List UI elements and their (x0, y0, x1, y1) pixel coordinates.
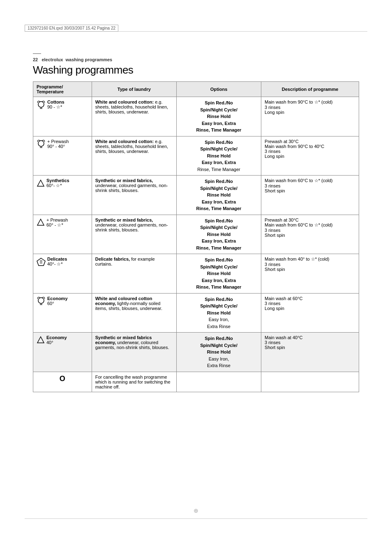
laundry-text: For cancelling the wash programme which … (95, 375, 171, 389)
description-line: Main wash from 90°C to 40°C (265, 144, 324, 149)
description-line: Prewash at 30°C (265, 139, 299, 144)
description-cell-economy-40: Main wash at 40°C3 rinsesShort spin (261, 333, 359, 372)
programme-temp: 90° - 40° (47, 144, 65, 149)
description-line: Main wash at 60°C (265, 296, 302, 301)
option-line: Extra Rinse (180, 323, 258, 330)
description-line: Main wash from 40° to ☆* (cold) (265, 257, 329, 261)
programme-inner: Economy 40° (37, 335, 88, 345)
laundry-cell-delicates: Delicate fabrics, for example curtains. (92, 254, 176, 294)
options-cell-cancel (176, 372, 261, 392)
table-row: Economy 60° White and coloured cotton ec… (33, 293, 359, 333)
programme-name: Economy (46, 335, 67, 340)
option-line: Easy Iron, Extra (180, 277, 258, 284)
synthetics-icon (37, 218, 45, 227)
option-line: Spin/Night Cycle/ (180, 303, 258, 310)
option-line: Rinse, Time Manager (180, 127, 258, 134)
header-description: Description of programme (261, 82, 359, 97)
table-row: + Prewash 90° - 40° White and coloured c… (33, 136, 359, 176)
description-cell-synthetics: Main wash from 60°C to ☆* (cold)3 rinses… (261, 176, 359, 215)
description-line: Long spin (265, 110, 284, 115)
table-row: Synthetics 60°- ☆* Synthetic or mixed fa… (33, 176, 359, 215)
description-line: Main wash from 60°C to ☆* (cold) (265, 178, 332, 183)
description-line: 3 rinses (265, 262, 281, 267)
programme-label: Synthetics 60°- ☆* (46, 178, 69, 188)
description-line: Long spin (265, 306, 284, 311)
programme-inner: Synthetics 60°- ☆* (37, 178, 88, 188)
short-divider (33, 53, 41, 54)
programme-cell-cottons-prewash: + Prewash 90° - 40° (33, 136, 92, 176)
washing-table: Programme/ Temperature Type of laundry O… (33, 81, 359, 392)
description-line: 3 rinses (265, 228, 281, 233)
svg-marker-4 (37, 180, 44, 186)
option-line: Spin Red./No (180, 139, 258, 146)
option-line: Spin/Night Cycle/ (180, 106, 258, 113)
description-line: 3 rinses (265, 183, 281, 188)
description-line: Main wash at 40°C (265, 335, 302, 340)
economy40-icon (37, 336, 45, 344)
option-line: Easy Iron, Extra (180, 238, 258, 245)
description-cell-cottons-prewash: Prewash at 30°CMain wash from 90°C to 40… (261, 136, 359, 176)
description-cell-economy-60: Main wash at 60°C3 rinsesLong spin (261, 293, 359, 333)
description-line: 3 rinses (265, 105, 281, 110)
option-line: Rinse Hold (180, 192, 258, 199)
delicates-icon (37, 258, 46, 266)
option-line: Easy Iron, Extra (180, 120, 258, 127)
options-cell-delicates: Spin Red./NoSpin/Night Cycle/Rinse HoldE… (176, 254, 261, 294)
option-line: Rinse, Time Manager (180, 245, 258, 252)
option-line: Spin/Night Cycle/ (180, 224, 258, 231)
laundry-bold: Delicate fabrics, (95, 257, 130, 261)
option-line: Rinse, Time Manager (180, 205, 258, 212)
options-cell-synthetics: Spin Red./NoSpin/Night Cycle/Rinse HoldE… (176, 176, 261, 215)
option-line: Easy Iron, (180, 316, 258, 323)
programme-cell-cancel: O (33, 372, 92, 392)
prewash-label: + Prewash (47, 139, 69, 144)
option-line: Rinse Hold (180, 310, 258, 317)
programme-label: Delicates 40°- ☆* (47, 257, 67, 267)
programme-label: + Prewash 60° - ☆* (46, 217, 68, 228)
svg-marker-5 (37, 219, 44, 225)
synthetics-icon (37, 179, 45, 187)
option-line: Rinse Hold (180, 113, 258, 120)
programme-temp: 90 - ☆* (47, 104, 62, 109)
option-line: Spin Red./No (180, 257, 258, 264)
programme-label: Economy 60° (47, 296, 68, 306)
header-programme: Programme/ Temperature (33, 82, 92, 97)
table-row: Economy 40° Synthetic or mixed fabrics e… (33, 333, 359, 372)
table-row: + Prewash 60° - ☆* Synthetic or mixed fa… (33, 215, 359, 254)
laundry-rest: underwear, coloured garments, non-shrink… (95, 222, 168, 232)
laundry-bold: Synthetic or mixed fabrics, (95, 178, 153, 183)
option-line: Rinse, Time Manager (180, 166, 258, 173)
programme-temp: 60° (47, 301, 54, 306)
table-row: OFor cancelling the wash programme which… (33, 372, 359, 392)
crosshair-bottom-center: ⊕ (194, 507, 198, 514)
option-line: Easy Iron, (180, 356, 258, 363)
description-cell-synthetics-prewash: Prewash at 30°CMain wash from 60°C to ☆*… (261, 215, 359, 254)
page-number-line: 22 electrolux washing programmes (33, 57, 359, 62)
cancel-programme: O (37, 375, 88, 383)
programme-temp: 40°- ☆* (47, 261, 63, 266)
laundry-bold: White and coloured cotton: (95, 139, 154, 144)
programme-cell-economy-40: Economy 40° (33, 333, 92, 372)
description-line: Short spin (265, 267, 285, 272)
description-line: 3 rinses (265, 301, 281, 306)
description-line: Prewash at 30°C (265, 217, 299, 222)
option-line: Rinse Hold (180, 153, 258, 160)
option-line: Spin Red./No (180, 99, 258, 106)
programme-cell-cottons: Cottons 90 - ☆* (33, 97, 92, 136)
option-line: Rinse Hold (180, 231, 258, 238)
description-cell-delicates: Main wash from 40° to ☆* (cold)3 rinsesS… (261, 254, 359, 294)
table-row: Cottons 90 - ☆* White and coloured cotto… (33, 97, 359, 136)
description-line: Main wash from 90°C to ☆* (cold) (265, 99, 332, 104)
laundry-rest: underwear, coloured garments, non-shrink… (95, 183, 168, 193)
description-cell-cancel (261, 372, 359, 392)
main-content: Washing programmes Programme/ Temperatur… (33, 64, 359, 392)
description-line: Short spin (265, 233, 285, 238)
programme-inner: Cottons 90 - ☆* (37, 99, 88, 110)
option-line: Easy Iron, Extra (180, 159, 258, 166)
cottons-icon (37, 101, 46, 109)
programme-name: Economy (47, 296, 68, 301)
laundry-cell-cottons: White and coloured cotton: e.g. sheets, … (92, 97, 176, 136)
programme-inner: + Prewash 90° - 40° (37, 139, 88, 149)
laundry-cell-synthetics-prewash: Synthetic or mixed fabrics, underwear, c… (92, 215, 176, 254)
page-header: 22 electrolux washing programmes (33, 53, 359, 64)
